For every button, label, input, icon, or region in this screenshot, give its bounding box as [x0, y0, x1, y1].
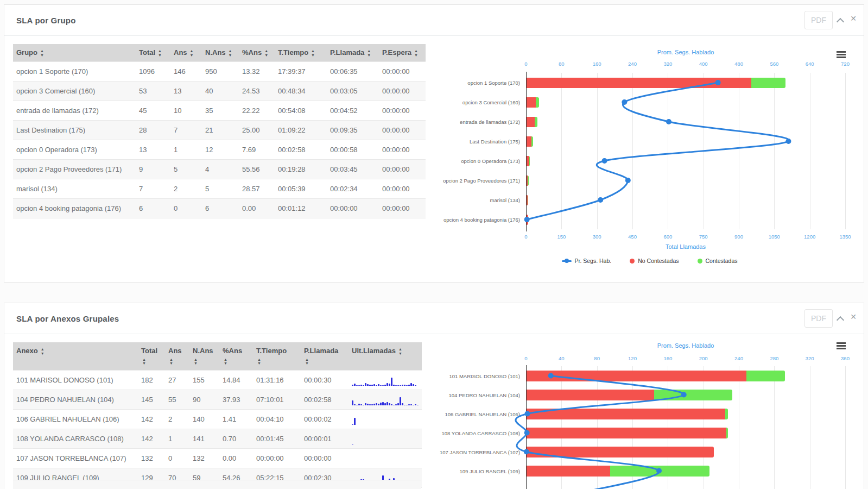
table-cell: 0 [165, 448, 189, 468]
table-cell: 7 [170, 120, 202, 140]
table-cell: 53 [136, 81, 170, 101]
pdf-export-button[interactable]: PDF [804, 11, 833, 29]
top-axis-tick: 80 [559, 61, 565, 67]
sort-icon: ▲▼ [305, 358, 345, 366]
table-row: opcion 4 booking patagonia (176)6060.000… [13, 198, 426, 218]
spline-point-marker [524, 449, 529, 455]
table-cell: 2 [170, 179, 202, 198]
column-label: Anexo [16, 347, 38, 355]
table-cell: 132 [189, 448, 219, 468]
close-icon[interactable]: ✕ [850, 14, 857, 23]
top-axis-tick: 80 [594, 355, 600, 361]
table-cell: 00:00:00 [379, 198, 426, 218]
table-cell: 142 [138, 409, 165, 429]
legend-item-no-contestadas[interactable]: No Contestadas [630, 258, 679, 264]
top-axis-tick: 280 [770, 355, 778, 361]
top-axis-tick: 40 [559, 355, 565, 361]
spline-point-marker [524, 430, 530, 436]
table-cell: 13.32 [239, 61, 275, 81]
column-header-p-espera[interactable]: P.Espera▲▼ [379, 44, 426, 61]
pdf-export-button[interactable]: PDF [804, 309, 833, 328]
table-cell: 00:00:00 [379, 120, 426, 140]
column-header-grupo[interactable]: Grupo▲▼ [13, 44, 136, 61]
panel-title: SLA por Grupo [16, 16, 76, 25]
category-label: Last Destination (175) [422, 139, 520, 145]
table-cell: 108 YOLANDA CARRASCO (108) [13, 429, 138, 448]
column-header-total[interactable]: Total▲▼ [136, 44, 170, 61]
table-cell: marisol (134) [13, 179, 136, 198]
table-cell: 45 [136, 101, 170, 120]
table-row: Last Destination (175)2872125.0001:09:22… [13, 120, 426, 140]
column-header-t-tiempo[interactable]: T.Tiempo▲▼ [275, 44, 327, 61]
category-label: opcion 0 Operadora (173) [422, 158, 520, 164]
table-row: 106 GABRIEL NAHUELAN (106)14221401.4100:… [13, 409, 422, 429]
table-row: opcion 1 Soporte (170)109614695013.3217:… [13, 61, 426, 81]
column-header-total[interactable]: Total▲▼ [138, 342, 165, 370]
table-cell: 0.00 [239, 198, 275, 218]
table-cell: 00:03:45 [327, 159, 379, 179]
table-cell: opcion 1 Soporte (170) [13, 61, 136, 81]
column-header--ans[interactable]: %Ans▲▼ [219, 342, 253, 370]
column-label: Total [141, 347, 162, 355]
table-cell: 37.93 [219, 390, 253, 409]
chart-menu-hamburger-icon[interactable] [837, 51, 846, 59]
table-cell: 7.69 [239, 140, 275, 159]
legend-item-pr-segs-hab-[interactable]: Pr. Segs. Hab. [562, 258, 612, 264]
spline-point-marker [598, 197, 603, 203]
column-header-p-llamada[interactable]: P.Llamada▲▼ [327, 44, 379, 61]
column-header-ans[interactable]: Ans▲▼ [170, 44, 202, 61]
sla-grupo-chart: Prom. Segs. Hablado080160240320400480560… [422, 46, 859, 279]
table-cell: 00:00:02 [301, 409, 349, 429]
table-cell: 0 [170, 198, 202, 218]
table-cell: 00:00:00 [379, 179, 426, 198]
table-cell: 0.00 [219, 448, 253, 468]
table-cell: 142 [138, 429, 165, 448]
spline-point-marker [666, 119, 671, 124]
chart-menu-hamburger-icon[interactable] [837, 342, 846, 350]
column-label: Ans [174, 48, 187, 57]
panel-header: SLA por Grupo PDF ✕ [4, 5, 864, 36]
close-icon[interactable]: ✕ [850, 312, 857, 321]
column-header-ult-llamadas[interactable]: Ult.Llamadas▲▼ [349, 342, 422, 370]
column-header-n-ans[interactable]: N.Ans▲▼ [189, 342, 219, 370]
table-row: entrada de llamadas (172)45103522.2200:5… [13, 101, 426, 120]
table-cell: 00:01:45 [253, 429, 301, 448]
bottom-axis-title: Total Llamadas [526, 243, 845, 250]
table-cell: 1 [170, 140, 202, 159]
category-label: opcion 2 Pago Proveedores (171) [422, 178, 520, 184]
table-cell: 2 [165, 409, 189, 429]
spline-point-marker [524, 217, 530, 222]
column-label: Ult.Llamadas [352, 347, 396, 355]
column-header--ans[interactable]: %Ans▲▼ [239, 44, 275, 61]
collapse-chevron-up-icon[interactable] [837, 18, 844, 26]
table-cell: opcion 0 Operadora (173) [13, 140, 136, 159]
table-cell: 01:31:16 [253, 370, 301, 390]
table-cell: 00:01:12 [275, 198, 327, 218]
column-header-anexo[interactable]: Anexo▲▼ [13, 342, 138, 370]
chart-legend: Pr. Segs. Hab.No ContestadasContestadas [442, 258, 857, 264]
bottom-axis-tick: 150 [557, 234, 566, 240]
table-cell: 00:04:10 [253, 409, 301, 429]
collapse-chevron-up-icon[interactable] [837, 316, 844, 324]
legend-item-contestadas[interactable]: Contestadas [698, 258, 738, 264]
column-header-ans[interactable]: Ans▲▼ [165, 342, 189, 370]
sort-icon: ▲▼ [224, 358, 250, 366]
category-label: 108 YOLANDA CARRASCO (108) [422, 430, 520, 436]
table-cell: 00:00:58 [327, 140, 379, 159]
table-cell: 00:04:52 [327, 101, 379, 120]
column-header-p-llamada[interactable]: P.Llamada▲▼ [301, 342, 349, 370]
table-cell: 101 MARISOL DONOSO (101) [13, 370, 138, 390]
column-header-n-ans[interactable]: N.Ans▲▼ [202, 44, 239, 61]
top-axis-tick: 720 [841, 61, 850, 67]
table-cell: 5 [202, 179, 239, 198]
table-cell: 950 [202, 61, 239, 81]
sla-anexos-table: Anexo▲▼Total▲▼Ans▲▼N.Ans▲▼%Ans▲▼T.Tiempo… [13, 342, 422, 488]
legend-label: No Contestadas [638, 258, 679, 264]
table-row: 107 JASON TORREBLANCA (107)13201320.0000… [13, 448, 422, 468]
top-axis-tick: 160 [593, 61, 601, 67]
table-cell: 40 [202, 81, 239, 101]
sort-icon: ▲▼ [257, 358, 297, 366]
column-header-t-tiempo[interactable]: T.Tiempo▲▼ [253, 342, 301, 370]
table-cell: 14.84 [219, 370, 253, 390]
table-cell: 28.57 [239, 179, 275, 198]
